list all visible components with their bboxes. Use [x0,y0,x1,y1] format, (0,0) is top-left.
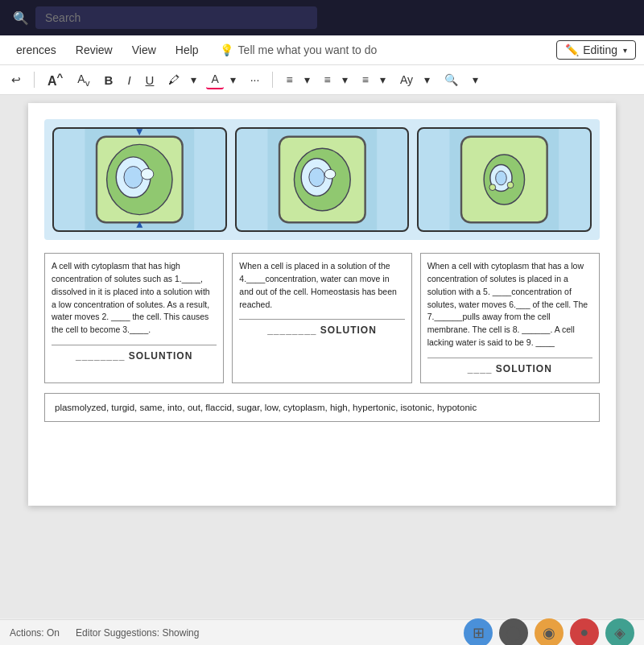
editor-suggestions-status: Editor Suggestions: Showing [76,627,199,639]
numbering-button[interactable]: ≡ [320,71,336,89]
toolbar-divider [34,72,35,88]
more-options-button[interactable]: ··· [246,71,265,89]
svg-point-12 [309,168,324,187]
font-color-group: A ▾ [206,70,240,89]
find-dropdown[interactable]: ▾ [468,71,483,89]
taskbar-network-icon[interactable]: ◈ [605,618,634,646]
menu-review[interactable]: Review [68,40,121,60]
svg-point-13 [324,170,336,180]
font-color-dropdown[interactable]: ▾ [225,71,241,89]
font-color-button[interactable]: A [206,70,223,89]
increase-font-button[interactable]: A^ [43,68,68,91]
word-bank-content: plasmolyzed, turgid, same, into, out, fl… [55,403,477,412]
underline-button[interactable]: U [141,71,159,89]
svg-point-18 [496,172,507,185]
solution-label-1: ________ SOLUNTION [52,345,217,363]
bullet-list-dropdown[interactable]: ▾ [299,71,315,89]
solution-line-1: ________ [76,350,125,362]
text-boxes-area: A cell with cytoplasm that has high conc… [44,253,600,382]
text-box-hypertonic: When a cell with cytoplasm that has a lo… [420,253,600,382]
taskbar: ⊞ ◯ ◉ ● ◈ [464,618,634,646]
undo-button[interactable]: ↩ [6,71,26,89]
tell-me-text: Tell me what you want to do [238,43,378,56]
svg-point-20 [508,182,514,188]
bold-button[interactable]: B [100,71,118,89]
document-area: ▼ ▼ [0,95,644,618]
chevron-down-icon: ▾ [623,46,627,55]
cell-diagram-1: ▼ ▼ [52,127,227,232]
text-box-3-content: When a cell with cytoplasm that has a lo… [427,261,588,347]
numbering-group: ≡ ▾ [320,71,353,89]
highlight-group: 🖍 ▾ [163,71,201,89]
italic-button[interactable]: I [122,71,135,89]
pencil-icon: ✏️ [565,43,579,56]
indent-group: ≡ ▾ [357,71,390,89]
solution-label-2: ________ SOLUTION [239,319,404,337]
editing-label: Editing [583,43,617,56]
find-button[interactable]: 🔍 [440,71,463,89]
menu-help[interactable]: Help [167,40,207,60]
editing-button[interactable]: ✏️ Editing ▾ [556,40,636,60]
indent-dropdown[interactable]: ▾ [375,71,390,89]
search-bar: 🔍 [0,0,644,35]
solution-line-3: ____ [468,363,493,374]
cell-diagrams: ▼ ▼ [44,119,600,240]
document-page: ▼ ▼ [28,103,616,506]
taskbar-search-icon[interactable]: ◯ [499,618,528,646]
numbering-dropdown[interactable]: ▾ [337,71,353,89]
format-toolbar: ↩ A^ Av B I U 🖍 ▾ A ▾ ··· ≡ ▾ ≡ ▾ ≡ ▾ Ay… [0,65,644,95]
highlight-dropdown[interactable]: ▾ [186,71,201,89]
taskbar-app-icon[interactable]: ● [570,618,599,646]
highlight-button[interactable]: 🖍 [163,71,184,89]
tell-me-bar[interactable]: 💡 Tell me what you want to do [210,40,387,60]
text-box-hypotonic: A cell with cytoplasm that has high conc… [44,253,224,382]
taskbar-edge-icon[interactable]: ◉ [535,618,564,646]
cell-diagram-3 [417,127,592,232]
menu-references[interactable]: erences [8,40,64,60]
solution-text-2: SOLUTION [320,325,377,336]
style-button[interactable]: Ay [395,71,418,89]
toolbar-divider-2 [272,72,273,88]
text-box-2-content: When a cell is placed in a solution of t… [239,261,397,308]
style-dropdown[interactable]: ▾ [419,71,435,89]
status-bar: Actions: On Editor Suggestions: Showing … [0,619,644,645]
solution-text-3: SOLUTION [496,363,552,374]
decrease-font-button[interactable]: Av [72,70,94,90]
bullet-list-button[interactable]: ≡ [281,71,297,89]
menu-bar: erences Review View Help 💡 Tell me what … [0,35,644,65]
solution-label-3: ____ SOLUTION [427,358,592,376]
svg-text:▼: ▼ [134,220,145,231]
solution-text-1: SOLUNTION [129,350,193,362]
indent-button[interactable]: ≡ [357,71,374,89]
list-group: ≡ ▾ [281,71,314,89]
lightbulb-icon: 💡 [220,43,233,56]
cell-diagram-2 [235,127,410,232]
solution-line-2: ________ [267,325,316,336]
svg-point-19 [489,184,496,191]
search-input[interactable] [35,6,317,29]
text-box-isotonic: When a cell is placed in a solution of t… [232,253,411,382]
svg-point-5 [141,169,154,180]
taskbar-windows-icon[interactable]: ⊞ [464,618,493,646]
word-bank: plasmolyzed, turgid, same, into, out, fl… [44,393,600,422]
track-changes-status: Actions: On [10,627,60,639]
style-group: Ay ▾ [395,71,435,89]
menu-view[interactable]: View [124,40,164,60]
svg-text:▼: ▼ [134,129,145,138]
search-icon: 🔍 [13,10,29,26]
text-box-1-content: A cell with cytoplasm that has high conc… [52,261,210,334]
svg-point-4 [124,167,142,188]
